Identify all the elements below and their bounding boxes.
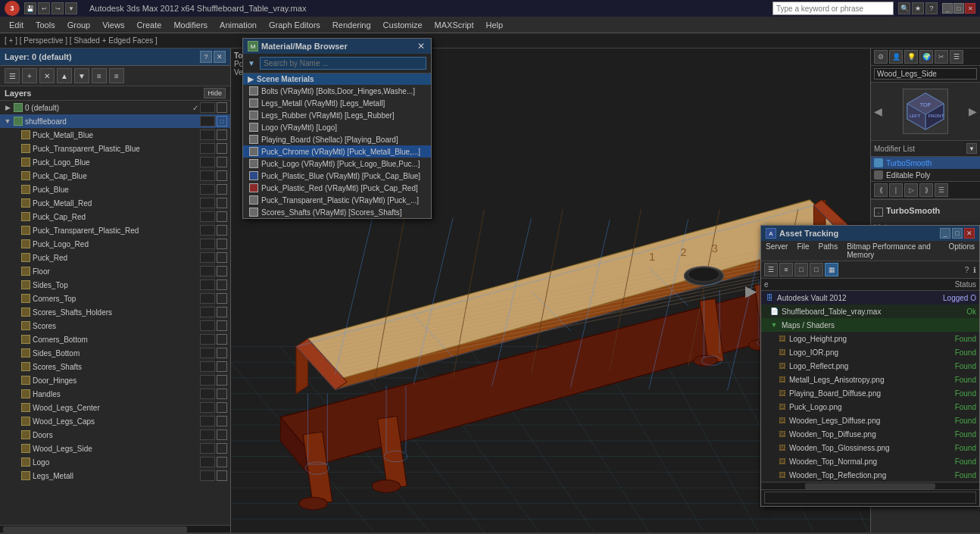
viewport-nav-arrow[interactable]: ▶ [745,282,757,300]
redo-icon[interactable]: ↪ [51,2,64,14]
layer-item[interactable]: Sides_Top [0,278,230,292]
layer-item[interactable]: Corners_Top [0,292,230,305]
menu-graph-editors[interactable]: Graph Editors [263,19,326,31]
menu-views[interactable]: Views [96,19,130,31]
layer-item[interactable]: Puck_Blue [0,183,230,196]
asset-menu-paths[interactable]: Paths [814,241,843,261]
modifier-dropdown-arrow[interactable]: ▼ [966,143,977,154]
mat-item[interactable]: Bolts (VRayMtl) [Bolts,Door_Hinges,Washe… [243,85,431,97]
right-tool-5[interactable]: ✂ [935,50,948,64]
layer-item[interactable]: Wood_Legs_Center [0,401,230,414]
layers-move-up-icon[interactable]: ▲ [57,68,72,83]
asset-close-button[interactable]: ✕ [964,228,975,239]
layers-scrollbar[interactable] [0,525,230,532]
layer-item[interactable]: Corners_Bottom [0,333,230,346]
close-button[interactable]: ✕ [965,3,975,14]
asset-menu-performance[interactable]: Bitmap Performance and Memory [842,241,944,261]
layer-item[interactable]: Puck_Logo_Red [0,237,230,251]
bookmark-icon[interactable]: ★ [912,2,924,14]
asset-row[interactable]: 📄 Shuffleboard_Table_vray.max Ok [761,304,979,318]
right-tool-1[interactable]: ⚙ [874,50,888,64]
viewport-cube[interactable]: TOP FRONT LEFT [903,89,948,134]
menu-edit[interactable]: Edit [3,19,30,31]
mat-item[interactable]: Legs_Rubber (VRayMtl) [Legs_Rubber] [243,109,431,121]
layer-item[interactable]: Puck_Cap_Blue [0,169,230,183]
asset-row[interactable]: 🖼 Wooden_Top_Normal.png Found [761,454,979,468]
asset-row[interactable]: 🗄 Autodesk Vault 2012 Logged O [761,291,979,304]
menu-maxscript[interactable]: MAXScript [429,19,480,31]
asset-tool-2[interactable]: ≡ [779,263,793,276]
right-tool-4[interactable]: 🌍 [919,50,933,64]
asset-maximize-button[interactable]: □ [952,228,963,239]
layer-item[interactable]: Puck_Logo_Blue [0,155,230,169]
mat-item[interactable]: Scores_Shafts (VRayMtl) [Scores_Shafts] [243,206,431,218]
layer-item[interactable]: ▼ shuffleboard □ [0,114,230,128]
modifier-turbosmooth[interactable]: TurboSmooth [871,157,980,169]
asset-scroll-thumb[interactable] [805,483,936,489]
layer-item[interactable]: Puck_Cap_Red [0,210,230,223]
asset-info-icon[interactable]: ℹ [973,266,976,274]
layers-expand-icon[interactable]: ≡ [92,68,107,83]
layers-collapse-icon[interactable]: ≡ [109,68,124,83]
mod-nav-play[interactable]: ▷ [904,183,918,197]
asset-content[interactable]: 🗄 Autodesk Vault 2012 Logged O 📄 Shuffle… [761,291,979,482]
menu-modifiers[interactable]: Modifiers [167,19,214,31]
layer-item[interactable]: Puck_Transparent_Plastic_Red [0,223,230,237]
asset-tool-5[interactable]: ▦ [825,263,838,276]
asset-row[interactable]: 🖼 Metall_Legs_Anisotropy.png Found [761,373,979,386]
layers-delete-icon[interactable]: ✕ [39,68,55,83]
right-tool-2[interactable]: 👤 [889,50,903,64]
menu-customize[interactable]: Customize [377,19,429,31]
asset-row[interactable]: ▼ Maps / Shaders [761,318,979,332]
cube-nav-right[interactable]: ▶ [969,105,977,117]
mod-nav-first[interactable]: ⟪ [874,183,888,197]
mat-item[interactable]: Playing_Board (Shellac) [Playing_Board] [243,133,431,145]
help-icon[interactable]: ? [925,2,938,14]
menu-group[interactable]: Group [61,19,97,31]
mod-nav-last[interactable]: ⟫ [919,183,933,197]
layer-item[interactable]: Scores_Shafts_Holders [0,305,230,319]
modifier-editable-poly[interactable]: Editable Poly [871,169,980,181]
asset-tracking-header[interactable]: A Asset Tracking _ □ ✕ [761,226,979,241]
asset-menu-options[interactable]: Options [944,241,979,261]
minimize-button[interactable]: _ [942,3,953,14]
mat-item[interactable]: Puck_Plastic_Red (VRayMtl) [Puck_Cap_Red… [243,182,431,194]
menu-help[interactable]: Help [480,19,510,31]
layers-add-icon[interactable]: + [22,68,37,83]
menu-rendering[interactable]: Rendering [326,19,377,31]
options-icon[interactable]: ▼ [65,2,77,14]
asset-tool-1[interactable]: ☰ [764,263,778,276]
undo-icon[interactable]: ↩ [38,2,50,14]
layer-item[interactable]: Floor [0,264,230,278]
mat-browser-header[interactable]: M Material/Map Browser ✕ [243,39,431,54]
asset-tool-3[interactable]: □ [794,263,808,276]
layer-item[interactable]: Puck_Red [0,251,230,264]
object-name-input[interactable] [874,68,977,80]
layers-move-down-icon[interactable]: ▼ [74,68,89,83]
mat-item[interactable]: Legs_Metall (VRayMtl) [Legs_Metall] [243,97,431,109]
right-tool-6[interactable]: ☰ [950,50,963,64]
asset-row[interactable]: 🖼 Wooden_Top_Reflection.png Found [761,468,979,482]
search-icon[interactable]: 🔍 [898,2,910,14]
menu-tools[interactable]: Tools [30,19,61,31]
layers-menu-icon[interactable]: ☰ [5,68,20,83]
layers-hide-button[interactable]: Hide [204,88,226,98]
right-tool-3[interactable]: 💡 [904,50,918,64]
layer-item[interactable]: Sides_Bottom [0,346,230,360]
layer-item[interactable]: Puck_Transparent_Plastic_Blue [0,142,230,155]
layer-item[interactable]: ▶ 0 (default) ✓ [0,101,230,114]
layers-list[interactable]: ▶ 0 (default) ✓ ▼ shuffleboard □ Puck_Me… [0,101,230,525]
layer-item[interactable]: Puck_Metall_Blue [0,128,230,142]
mat-item[interactable]: Logo (VRayMtl) [Logo] [243,121,431,133]
asset-row[interactable]: 🖼 Puck_Logo.png Found [761,400,979,414]
asset-row[interactable]: 🖼 Logo_Reflect.png Found [761,359,979,373]
mod-nav-menu[interactable]: ☰ [935,183,948,197]
asset-menu-server[interactable]: Server [761,241,792,261]
global-search-input[interactable] [772,2,894,15]
cube-nav-left[interactable]: ◀ [874,105,882,117]
layers-scroll-thumb[interactable] [3,526,187,532]
layer-item[interactable]: Logo [0,455,230,469]
asset-row[interactable]: 🖼 Wooden_Top_Glossiness.png Found [761,441,979,454]
mat-item[interactable]: Puck_Logo (VRayMtl) [Puck_Logo_Blue,Puc.… [243,158,431,170]
asset-tool-4[interactable]: □ [810,263,823,276]
